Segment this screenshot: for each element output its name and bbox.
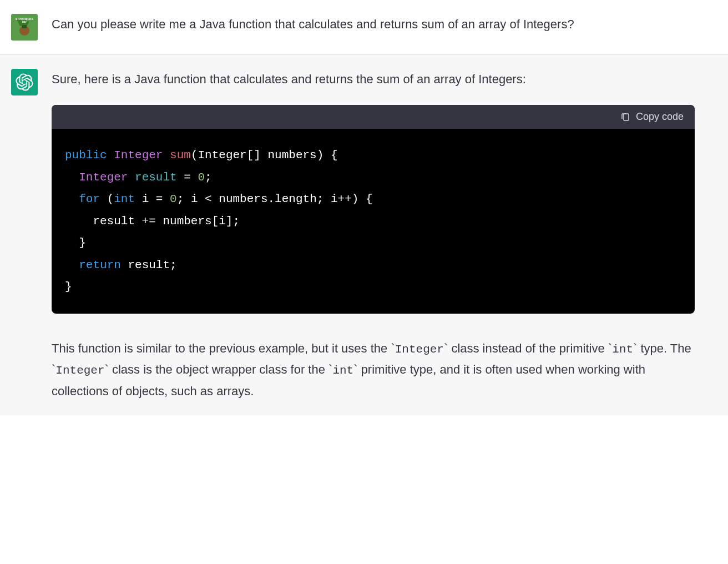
code-token: public [65,149,107,162]
copy-code-label: Copy code [636,111,684,123]
explanation-text: ` class instead of the primitive ` [444,341,612,355]
user-message: ST.PATRICKS DAY Can you please write me … [0,0,728,55]
code-token: Integer[] numbers [198,149,316,162]
code-header: Copy code [52,105,695,129]
assistant-message: Sure, here is a Java function that calcu… [0,55,728,415]
user-avatar: ST.PATRICKS DAY [11,14,38,41]
code-token: for [79,193,100,205]
inline-code: Integer [55,364,104,377]
assistant-avatar [11,69,38,95]
assistant-explanation: This function is similar to the previous… [52,338,695,402]
svg-rect-2 [22,25,27,28]
assistant-message-content: Sure, here is a Java function that calcu… [52,69,717,401]
code-token: 0 [198,171,205,184]
user-avatar-icon: ST.PATRICKS DAY [11,14,38,41]
clipboard-icon [620,112,630,122]
code-token: ( [100,193,114,205]
inline-code: Integer [395,343,444,356]
code-token: Integer [79,171,128,184]
user-message-text: Can you please write me a Java function … [52,14,717,41]
code-token: return [79,259,121,271]
code-token [128,171,135,184]
code-token: sum [170,149,191,162]
code-token [107,149,114,162]
code-token: ( [191,149,198,162]
code-token: i = [135,193,170,205]
copy-code-button[interactable]: Copy code [620,111,684,123]
svg-rect-5 [624,114,629,120]
code-token: result [135,171,177,184]
code-token: 0 [170,193,177,205]
openai-logo-icon [16,73,33,91]
inline-code: int [612,343,633,356]
code-content: public Integer sum(Integer[] numbers) { … [52,129,695,313]
assistant-intro-text: Sure, here is a Java function that calcu… [52,69,695,89]
explanation-text: This function is similar to the previous… [52,341,395,355]
svg-text:DAY: DAY [22,21,27,23]
code-token [163,149,170,162]
inline-code: int [332,364,353,377]
code-token: Integer [114,149,163,162]
code-token: = [177,171,198,184]
explanation-text: ` class is the object wrapper class for … [105,362,333,376]
code-block: Copy code public Integer sum(Integer[] n… [52,105,695,313]
code-token: int [114,193,135,205]
